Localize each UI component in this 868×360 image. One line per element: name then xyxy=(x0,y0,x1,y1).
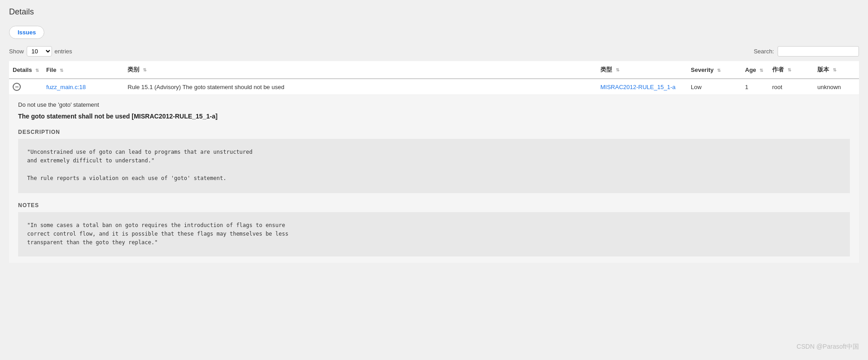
search-input[interactable] xyxy=(778,46,859,57)
show-entries-group: Show 10 25 50 100 entries xyxy=(9,46,72,57)
sort-icon-details: ⇅ xyxy=(35,68,39,73)
page-wrapper: Details Issues Show 10 25 50 100 entries… xyxy=(0,0,868,360)
sort-icon-age: ⇅ xyxy=(760,68,763,73)
type-link[interactable]: MISRAC2012-RULE_15_1-a xyxy=(600,84,675,90)
sort-icon-category: ⇅ xyxy=(143,67,146,72)
col-header-age[interactable]: Age ⇅ xyxy=(741,61,769,79)
notes-title: NOTES xyxy=(18,202,850,208)
col-header-version[interactable]: 版本 ⇅ xyxy=(814,61,859,79)
row-age: 1 xyxy=(741,79,769,95)
col-header-category[interactable]: 类别 ⇅ xyxy=(124,61,597,79)
row-category: Rule 15.1 (Advisory) The goto statement … xyxy=(124,79,597,95)
description-title: DESCRIPTION xyxy=(18,129,850,135)
sort-icon-version: ⇅ xyxy=(833,67,836,72)
sort-icon-type: ⇅ xyxy=(616,67,619,72)
issues-table: Details ⇅ File ⇅ 类别 ⇅ 类型 ⇅ Severity ⇅ xyxy=(9,61,859,263)
row-version: unknown xyxy=(814,79,859,95)
tab-bar: Issues xyxy=(9,26,859,39)
expanded-content: Do not use the 'goto' statement The goto… xyxy=(9,95,859,263)
file-link[interactable]: fuzz_main.c:18 xyxy=(46,84,85,90)
tab-issues[interactable]: Issues xyxy=(9,26,44,39)
row-author: root xyxy=(769,79,814,95)
watermark: CSDN @Parasoft中国 xyxy=(797,343,859,351)
search-label: Search: xyxy=(754,48,774,55)
expanded-rule: The goto statement shall not be used [MI… xyxy=(18,113,850,120)
expanded-row: Do not use the 'goto' statement The goto… xyxy=(9,95,859,263)
notes-text: "In some cases a total ban on goto requi… xyxy=(27,221,841,247)
col-header-file[interactable]: File ⇅ xyxy=(42,61,124,79)
col-header-severity[interactable]: Severity ⇅ xyxy=(687,61,741,79)
row-details-toggle[interactable]: − xyxy=(9,79,42,95)
collapse-icon[interactable]: − xyxy=(13,83,21,91)
notes-box: "In some cases a total ban on goto requi… xyxy=(18,212,850,256)
expanded-cell: Do not use the 'goto' statement The goto… xyxy=(9,95,859,263)
notes-section: NOTES "In some cases a total ban on goto… xyxy=(18,202,850,256)
row-severity: Low xyxy=(687,79,741,95)
show-label: Show xyxy=(9,48,24,55)
table-header-row: Details ⇅ File ⇅ 类别 ⇅ 类型 ⇅ Severity ⇅ xyxy=(9,61,859,79)
expanded-notice: Do not use the 'goto' statement xyxy=(18,101,850,108)
col-header-author[interactable]: 作者 ⇅ xyxy=(769,61,814,79)
col-header-details[interactable]: Details ⇅ xyxy=(9,61,42,79)
entries-select[interactable]: 10 25 50 100 xyxy=(27,46,52,57)
search-area: Search: xyxy=(754,46,859,57)
col-header-type[interactable]: 类型 ⇅ xyxy=(597,61,687,79)
sort-icon-file: ⇅ xyxy=(60,68,63,73)
entries-label: entries xyxy=(55,48,72,55)
description-box: "Unconstrained use of goto can lead to p… xyxy=(18,139,850,193)
sort-icon-severity: ⇅ xyxy=(717,68,721,73)
table-controls: Show 10 25 50 100 entries Search: xyxy=(9,46,859,57)
page-title: Details xyxy=(9,7,859,17)
description-text: "Unconstrained use of goto can lead to p… xyxy=(27,148,841,183)
row-file: fuzz_main.c:18 xyxy=(42,79,124,95)
row-type: MISRAC2012-RULE_15_1-a xyxy=(597,79,687,95)
sort-icon-author: ⇅ xyxy=(788,67,791,72)
table-row: − fuzz_main.c:18 Rule 15.1 (Advisory) Th… xyxy=(9,79,859,95)
